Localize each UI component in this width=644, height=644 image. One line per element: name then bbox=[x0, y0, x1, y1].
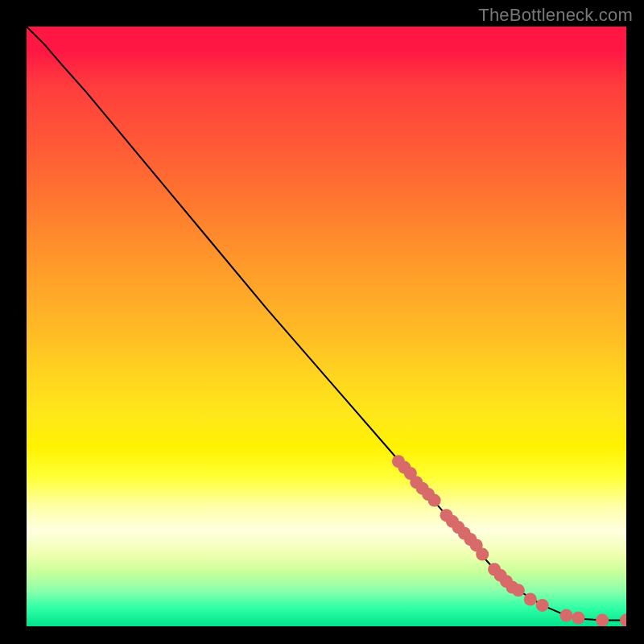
data-point bbox=[500, 575, 513, 588]
data-point bbox=[476, 548, 489, 561]
data-point bbox=[524, 592, 537, 605]
data-point bbox=[440, 509, 453, 522]
data-point bbox=[572, 612, 584, 625]
data-point bbox=[464, 533, 477, 546]
watermark-text: TheBottleneck.com bbox=[478, 5, 633, 26]
data-point bbox=[494, 569, 507, 582]
chart-frame: TheBottleneck.com bbox=[0, 0, 644, 644]
data-point bbox=[536, 599, 549, 612]
data-point bbox=[422, 488, 435, 501]
data-point bbox=[488, 563, 501, 576]
data-point bbox=[452, 521, 464, 534]
data-point bbox=[596, 614, 609, 626]
data-point bbox=[392, 455, 405, 468]
data-point bbox=[398, 461, 411, 474]
curve-line bbox=[27, 27, 626, 621]
chart-overlay bbox=[27, 27, 626, 626]
data-point bbox=[410, 476, 423, 489]
data-point bbox=[470, 539, 483, 551]
data-point bbox=[512, 584, 525, 597]
data-point bbox=[506, 581, 518, 594]
data-point bbox=[446, 515, 459, 528]
data-point bbox=[416, 482, 429, 495]
data-point bbox=[404, 467, 417, 480]
data-point bbox=[458, 527, 471, 540]
data-point bbox=[560, 609, 573, 622]
data-point bbox=[620, 614, 626, 626]
plot-area bbox=[27, 27, 626, 626]
data-point bbox=[428, 494, 441, 507]
